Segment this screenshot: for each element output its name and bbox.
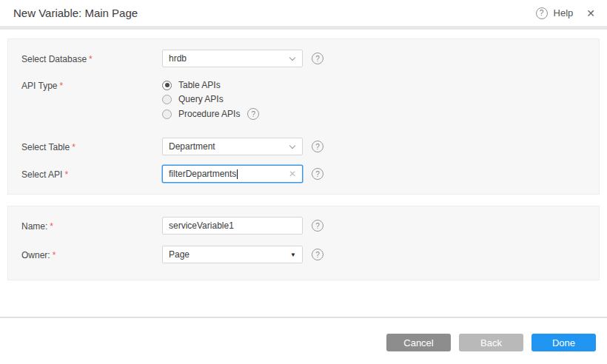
header-actions: ? Help ✕ [536,7,595,19]
radio-query-apis[interactable]: Query APIs [162,94,259,104]
api-type-label-text: API Type [21,81,57,91]
required-asterisk: * [50,221,53,232]
select-database-dropdown[interactable]: hrdb [162,50,303,67]
radio-procedure-apis[interactable]: Procedure APIs ? [162,108,259,120]
select-api-label-text: Select API [21,169,62,180]
select-table-label-text: Select Table [21,142,70,152]
select-api-label: Select API* [21,169,162,180]
select-database-value: hrdb [169,53,187,64]
select-api-input[interactable]: filterDepartments ✕ [162,165,303,183]
clear-icon[interactable]: ✕ [289,169,296,178]
footer-divider [0,317,607,318]
owner-row: Owner:* Page ▼ ? [21,246,586,263]
caret-down-icon: ▼ [290,252,296,258]
required-asterisk: * [59,81,63,91]
chevron-down-icon [289,54,295,60]
select-api-row: Select API* filterDepartments ✕ ? [21,165,586,183]
footer-buttons: Cancel Back Done [386,334,596,351]
required-asterisk: * [89,54,93,64]
api-settings-panel: Select Database* hrdb ? API Type* Table … [7,38,600,195]
api-type-row: API Type* Table APIs Query APIs Procedur… [21,80,586,120]
api-type-help-icon[interactable]: ? [247,108,259,120]
done-button[interactable]: Done [531,334,596,351]
close-icon[interactable]: ✕ [586,8,595,18]
select-database-label-text: Select Database [21,54,87,64]
api-type-radio-group: Table APIs Query APIs Procedure APIs ? [162,80,259,120]
select-table-help-icon[interactable]: ? [312,141,323,152]
radio-table-apis[interactable]: Table APIs [162,80,259,90]
radio-query-apis-label[interactable]: Query APIs [178,94,224,104]
name-help-icon[interactable]: ? [312,220,323,232]
required-asterisk: * [72,142,76,152]
select-api-value: filterDepartments [169,169,236,179]
required-asterisk: * [64,169,68,180]
radio-button-icon[interactable] [162,109,172,119]
radio-button-icon[interactable] [162,95,172,104]
owner-select[interactable]: Page ▼ [162,246,303,263]
variable-settings-panel: Name:* ? Owner:* Page ▼ ? [7,206,600,280]
select-table-value: Department [169,141,215,152]
select-table-dropdown[interactable]: Department [162,138,303,155]
name-label-text: Name: [21,221,47,232]
text-cursor [237,169,238,179]
help-link[interactable]: Help [554,7,574,18]
chevron-down-icon [289,142,295,148]
owner-help-icon[interactable]: ? [312,249,323,260]
help-icon[interactable]: ? [536,7,548,19]
select-database-label: Select Database* [21,53,162,64]
radio-button-icon[interactable] [162,81,172,90]
select-database-row: Select Database* hrdb ? [21,50,586,67]
required-asterisk: * [53,250,56,260]
dialog-header: New Variable: Main Page ? Help ✕ [0,0,607,30]
cancel-button[interactable]: Cancel [386,334,451,351]
select-table-label: Select Table* [21,141,162,152]
select-api-help-icon[interactable]: ? [312,168,323,180]
api-type-label: API Type* [21,80,162,91]
back-button[interactable]: Back [459,334,523,351]
page-title: New Variable: Main Page [13,7,536,19]
name-field[interactable] [162,217,303,235]
select-table-row: Select Table* Department ? [21,138,586,155]
owner-value: Page [169,249,190,260]
select-database-help-icon[interactable]: ? [312,53,323,64]
radio-table-apis-label[interactable]: Table APIs [178,80,221,90]
owner-label: Owner:* [21,249,162,260]
radio-procedure-apis-label[interactable]: Procedure APIs [178,109,240,119]
name-row: Name:* ? [21,217,586,235]
owner-label-text: Owner: [21,250,50,260]
name-label: Name:* [21,220,162,232]
new-variable-dialog: New Variable: Main Page ? Help ✕ Select … [0,0,607,364]
